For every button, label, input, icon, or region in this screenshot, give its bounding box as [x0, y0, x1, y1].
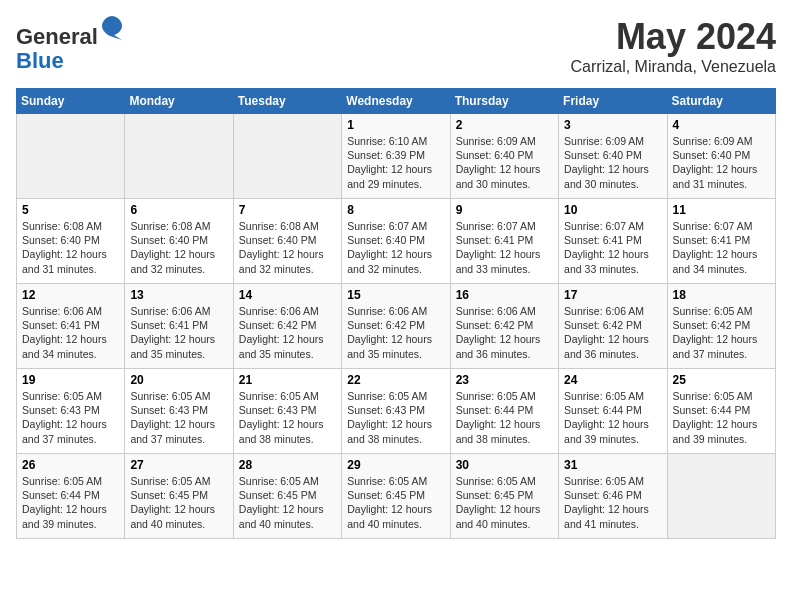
calendar-cell [125, 114, 233, 199]
page-header: General Blue May 2024 Carrizal, Miranda,… [16, 16, 776, 76]
calendar-cell: 3Sunrise: 6:09 AM Sunset: 6:40 PM Daylig… [559, 114, 667, 199]
calendar-cell: 29Sunrise: 6:05 AM Sunset: 6:45 PM Dayli… [342, 454, 450, 539]
calendar-cell: 26Sunrise: 6:05 AM Sunset: 6:44 PM Dayli… [17, 454, 125, 539]
day-number: 18 [673, 288, 770, 302]
day-info: Sunrise: 6:05 AM Sunset: 6:43 PM Dayligh… [239, 389, 336, 446]
calendar-cell: 14Sunrise: 6:06 AM Sunset: 6:42 PM Dayli… [233, 284, 341, 369]
calendar-table: SundayMondayTuesdayWednesdayThursdayFrid… [16, 88, 776, 539]
day-number: 31 [564, 458, 661, 472]
weekday-header-saturday: Saturday [667, 89, 775, 114]
day-info: Sunrise: 6:09 AM Sunset: 6:40 PM Dayligh… [673, 134, 770, 191]
calendar-cell: 2Sunrise: 6:09 AM Sunset: 6:40 PM Daylig… [450, 114, 558, 199]
day-number: 4 [673, 118, 770, 132]
day-number: 10 [564, 203, 661, 217]
calendar-week-row: 26Sunrise: 6:05 AM Sunset: 6:44 PM Dayli… [17, 454, 776, 539]
weekday-header-thursday: Thursday [450, 89, 558, 114]
weekday-header-sunday: Sunday [17, 89, 125, 114]
day-number: 15 [347, 288, 444, 302]
day-info: Sunrise: 6:07 AM Sunset: 6:40 PM Dayligh… [347, 219, 444, 276]
day-info: Sunrise: 6:05 AM Sunset: 6:43 PM Dayligh… [347, 389, 444, 446]
calendar-cell: 27Sunrise: 6:05 AM Sunset: 6:45 PM Dayli… [125, 454, 233, 539]
calendar-cell: 13Sunrise: 6:06 AM Sunset: 6:41 PM Dayli… [125, 284, 233, 369]
calendar-cell: 16Sunrise: 6:06 AM Sunset: 6:42 PM Dayli… [450, 284, 558, 369]
day-info: Sunrise: 6:06 AM Sunset: 6:41 PM Dayligh… [130, 304, 227, 361]
calendar-cell [667, 454, 775, 539]
calendar-week-row: 19Sunrise: 6:05 AM Sunset: 6:43 PM Dayli… [17, 369, 776, 454]
day-number: 23 [456, 373, 553, 387]
day-info: Sunrise: 6:05 AM Sunset: 6:42 PM Dayligh… [673, 304, 770, 361]
calendar-cell [233, 114, 341, 199]
calendar-cell: 19Sunrise: 6:05 AM Sunset: 6:43 PM Dayli… [17, 369, 125, 454]
calendar-cell: 23Sunrise: 6:05 AM Sunset: 6:44 PM Dayli… [450, 369, 558, 454]
day-number: 30 [456, 458, 553, 472]
calendar-cell: 4Sunrise: 6:09 AM Sunset: 6:40 PM Daylig… [667, 114, 775, 199]
day-number: 24 [564, 373, 661, 387]
weekday-header-monday: Monday [125, 89, 233, 114]
calendar-week-row: 1Sunrise: 6:10 AM Sunset: 6:39 PM Daylig… [17, 114, 776, 199]
calendar-cell: 31Sunrise: 6:05 AM Sunset: 6:46 PM Dayli… [559, 454, 667, 539]
calendar-week-row: 5Sunrise: 6:08 AM Sunset: 6:40 PM Daylig… [17, 199, 776, 284]
day-info: Sunrise: 6:08 AM Sunset: 6:40 PM Dayligh… [22, 219, 119, 276]
day-info: Sunrise: 6:06 AM Sunset: 6:42 PM Dayligh… [347, 304, 444, 361]
day-info: Sunrise: 6:06 AM Sunset: 6:41 PM Dayligh… [22, 304, 119, 361]
logo-text: General [16, 16, 124, 49]
calendar-cell: 28Sunrise: 6:05 AM Sunset: 6:45 PM Dayli… [233, 454, 341, 539]
day-info: Sunrise: 6:06 AM Sunset: 6:42 PM Dayligh… [564, 304, 661, 361]
day-number: 6 [130, 203, 227, 217]
day-info: Sunrise: 6:05 AM Sunset: 6:44 PM Dayligh… [564, 389, 661, 446]
day-number: 25 [673, 373, 770, 387]
calendar-header-row: SundayMondayTuesdayWednesdayThursdayFrid… [17, 89, 776, 114]
day-number: 22 [347, 373, 444, 387]
calendar-cell: 6Sunrise: 6:08 AM Sunset: 6:40 PM Daylig… [125, 199, 233, 284]
calendar-week-row: 12Sunrise: 6:06 AM Sunset: 6:41 PM Dayli… [17, 284, 776, 369]
day-info: Sunrise: 6:05 AM Sunset: 6:45 PM Dayligh… [239, 474, 336, 531]
calendar-cell: 17Sunrise: 6:06 AM Sunset: 6:42 PM Dayli… [559, 284, 667, 369]
day-info: Sunrise: 6:07 AM Sunset: 6:41 PM Dayligh… [564, 219, 661, 276]
day-info: Sunrise: 6:05 AM Sunset: 6:45 PM Dayligh… [347, 474, 444, 531]
calendar-cell: 20Sunrise: 6:05 AM Sunset: 6:43 PM Dayli… [125, 369, 233, 454]
logo-blue-text: Blue [16, 49, 124, 73]
location: Carrizal, Miranda, Venezuela [571, 58, 776, 76]
day-number: 8 [347, 203, 444, 217]
day-info: Sunrise: 6:05 AM Sunset: 6:46 PM Dayligh… [564, 474, 661, 531]
calendar-cell: 25Sunrise: 6:05 AM Sunset: 6:44 PM Dayli… [667, 369, 775, 454]
day-number: 28 [239, 458, 336, 472]
calendar-cell: 8Sunrise: 6:07 AM Sunset: 6:40 PM Daylig… [342, 199, 450, 284]
calendar-cell: 18Sunrise: 6:05 AM Sunset: 6:42 PM Dayli… [667, 284, 775, 369]
day-info: Sunrise: 6:05 AM Sunset: 6:44 PM Dayligh… [22, 474, 119, 531]
day-info: Sunrise: 6:09 AM Sunset: 6:40 PM Dayligh… [564, 134, 661, 191]
day-info: Sunrise: 6:06 AM Sunset: 6:42 PM Dayligh… [239, 304, 336, 361]
day-number: 3 [564, 118, 661, 132]
calendar-cell: 5Sunrise: 6:08 AM Sunset: 6:40 PM Daylig… [17, 199, 125, 284]
day-number: 9 [456, 203, 553, 217]
day-number: 5 [22, 203, 119, 217]
day-number: 12 [22, 288, 119, 302]
month-title: May 2024 [571, 16, 776, 58]
weekday-header-friday: Friday [559, 89, 667, 114]
calendar-cell: 11Sunrise: 6:07 AM Sunset: 6:41 PM Dayli… [667, 199, 775, 284]
day-info: Sunrise: 6:05 AM Sunset: 6:43 PM Dayligh… [130, 389, 227, 446]
calendar-cell: 30Sunrise: 6:05 AM Sunset: 6:45 PM Dayli… [450, 454, 558, 539]
day-info: Sunrise: 6:05 AM Sunset: 6:44 PM Dayligh… [456, 389, 553, 446]
weekday-header-tuesday: Tuesday [233, 89, 341, 114]
calendar-cell: 1Sunrise: 6:10 AM Sunset: 6:39 PM Daylig… [342, 114, 450, 199]
calendar-cell: 15Sunrise: 6:06 AM Sunset: 6:42 PM Dayli… [342, 284, 450, 369]
calendar-cell: 12Sunrise: 6:06 AM Sunset: 6:41 PM Dayli… [17, 284, 125, 369]
weekday-header-wednesday: Wednesday [342, 89, 450, 114]
day-info: Sunrise: 6:05 AM Sunset: 6:44 PM Dayligh… [673, 389, 770, 446]
day-info: Sunrise: 6:07 AM Sunset: 6:41 PM Dayligh… [673, 219, 770, 276]
day-number: 1 [347, 118, 444, 132]
calendar-cell: 24Sunrise: 6:05 AM Sunset: 6:44 PM Dayli… [559, 369, 667, 454]
day-number: 16 [456, 288, 553, 302]
day-info: Sunrise: 6:08 AM Sunset: 6:40 PM Dayligh… [239, 219, 336, 276]
day-info: Sunrise: 6:05 AM Sunset: 6:45 PM Dayligh… [456, 474, 553, 531]
calendar-cell: 9Sunrise: 6:07 AM Sunset: 6:41 PM Daylig… [450, 199, 558, 284]
day-number: 26 [22, 458, 119, 472]
day-info: Sunrise: 6:06 AM Sunset: 6:42 PM Dayligh… [456, 304, 553, 361]
day-number: 13 [130, 288, 227, 302]
day-number: 14 [239, 288, 336, 302]
logo-general: General [16, 24, 98, 49]
day-info: Sunrise: 6:05 AM Sunset: 6:43 PM Dayligh… [22, 389, 119, 446]
calendar-cell: 10Sunrise: 6:07 AM Sunset: 6:41 PM Dayli… [559, 199, 667, 284]
day-info: Sunrise: 6:05 AM Sunset: 6:45 PM Dayligh… [130, 474, 227, 531]
